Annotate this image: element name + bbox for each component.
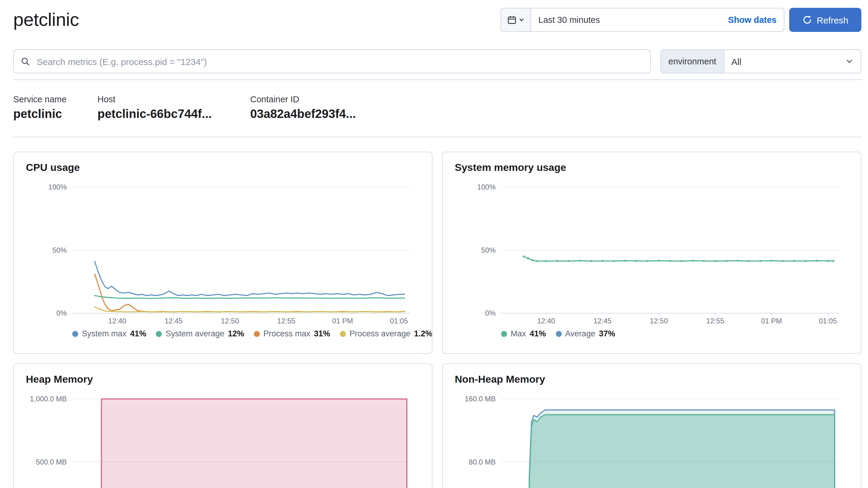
environment-filter-label: environment bbox=[661, 50, 724, 73]
svg-text:12:55: 12:55 bbox=[277, 317, 296, 325]
legend-series-label: System average bbox=[166, 329, 224, 338]
non-heap-memory-chart-area: 80.0 MB160.0 MB bbox=[443, 387, 861, 488]
panel-title: CPU usage bbox=[26, 162, 432, 174]
svg-text:50%: 50% bbox=[52, 246, 67, 254]
field-label: Host bbox=[97, 94, 250, 104]
datepicker-controls: Last 30 minutes Show dates Refresh bbox=[500, 8, 861, 32]
panel-title: System memory usage bbox=[455, 162, 861, 174]
svg-text:12:45: 12:45 bbox=[164, 317, 183, 325]
non-heap-memory-panel: Non-Heap Memory 80.0 MB160.0 MB bbox=[442, 363, 861, 488]
chevron-down-icon bbox=[845, 57, 854, 66]
calendar-icon bbox=[507, 15, 517, 25]
svg-text:100%: 100% bbox=[49, 183, 67, 191]
chevron-down-icon bbox=[519, 17, 525, 23]
legend-series-dot bbox=[156, 331, 162, 337]
svg-text:12:50: 12:50 bbox=[650, 317, 668, 325]
svg-text:1,000.0 MB: 1,000.0 MB bbox=[30, 395, 67, 403]
svg-text:500.0 MB: 500.0 MB bbox=[36, 458, 67, 466]
field-value: petclinic bbox=[13, 107, 97, 121]
filters-bar: environment All bbox=[13, 49, 861, 73]
legend-item[interactable]: System max41% bbox=[72, 329, 147, 338]
legend-item[interactable]: Max41% bbox=[501, 329, 546, 338]
legend-series-value: 41% bbox=[530, 329, 546, 338]
field-value: petclinic-66bc744f... bbox=[97, 107, 250, 121]
divider bbox=[13, 136, 861, 137]
service-name-field: Service name petclinic bbox=[13, 94, 97, 121]
service-metrics-page: petclinic bbox=[0, 0, 868, 488]
legend-series-label: Process max bbox=[264, 329, 310, 338]
heap-memory-chart-area: 500.0 MB1,000.0 MB bbox=[14, 387, 432, 488]
system-memory-usage-chart[interactable]: 0%50%100%12:4012:4512:5012:5501 PM01:05 bbox=[443, 175, 861, 327]
svg-text:01 PM: 01 PM bbox=[332, 317, 353, 325]
system-memory-chart-area: 0%50%100%12:4012:4512:5012:5501 PM01:05M… bbox=[443, 175, 861, 338]
show-dates-button[interactable]: Show dates bbox=[728, 15, 777, 25]
heap-memory-chart[interactable]: 500.0 MB1,000.0 MB bbox=[14, 387, 432, 488]
legend-series-dot bbox=[501, 331, 507, 337]
svg-text:160.0 MB: 160.0 MB bbox=[465, 395, 496, 403]
cpu-usage-panel: CPU usage 0%50%100%12:4012:4512:5012:550… bbox=[13, 152, 433, 354]
container-id-field: Container ID 03a82a4bef293f4... bbox=[250, 94, 356, 121]
app-root: petclinic bbox=[0, 0, 868, 488]
legend-series-label: System max bbox=[82, 329, 127, 338]
legend-series-value: 1.2% bbox=[414, 329, 433, 338]
metrics-search-input[interactable] bbox=[13, 49, 651, 73]
field-label: Container ID bbox=[250, 94, 356, 104]
service-info: Service name petclinic Host petclinic-66… bbox=[13, 80, 861, 136]
field-label: Service name bbox=[13, 94, 97, 104]
svg-text:12:45: 12:45 bbox=[593, 317, 612, 325]
system-memory-usage-legend: Max41%Average37% bbox=[501, 329, 861, 338]
date-range-display[interactable]: Last 30 minutes Show dates bbox=[531, 8, 784, 31]
legend-series-dot bbox=[254, 331, 260, 337]
legend-series-dot bbox=[72, 331, 78, 337]
environment-filter[interactable]: environment All bbox=[660, 49, 861, 73]
legend-item[interactable]: Process max31% bbox=[254, 329, 330, 338]
search-icon bbox=[21, 57, 30, 66]
svg-text:12:40: 12:40 bbox=[537, 317, 555, 325]
date-range-label: Last 30 minutes bbox=[538, 15, 600, 25]
cpu-usage-legend: System max41%System average12%Process ma… bbox=[72, 329, 432, 338]
charts-grid: CPU usage 0%50%100%12:4012:4512:5012:550… bbox=[13, 152, 861, 488]
legend-series-dot bbox=[556, 331, 561, 337]
page-title: petclinic bbox=[13, 9, 79, 31]
date-quick-select-button[interactable] bbox=[501, 8, 531, 31]
legend-series-value: 41% bbox=[130, 329, 147, 338]
svg-text:50%: 50% bbox=[481, 246, 496, 254]
cpu-usage-chart-area: 0%50%100%12:4012:4512:5012:5501 PM01:05S… bbox=[14, 175, 432, 338]
cpu-usage-chart[interactable]: 0%50%100%12:4012:4512:5012:5501 PM01:05 bbox=[14, 175, 432, 327]
legend-item[interactable]: Process average1.2% bbox=[340, 329, 433, 338]
host-field: Host petclinic-66bc744f... bbox=[97, 94, 250, 121]
legend-series-dot bbox=[340, 331, 346, 337]
svg-text:0%: 0% bbox=[485, 309, 496, 317]
super-date-picker: Last 30 minutes Show dates bbox=[500, 8, 784, 32]
refresh-button[interactable]: Refresh bbox=[789, 8, 861, 32]
environment-filter-value: All bbox=[724, 56, 845, 66]
svg-text:01:05: 01:05 bbox=[819, 317, 837, 325]
svg-text:0%: 0% bbox=[56, 309, 67, 317]
legend-series-label: Process average bbox=[349, 329, 410, 338]
legend-series-label: Average bbox=[565, 329, 595, 338]
refresh-icon bbox=[802, 15, 812, 25]
svg-text:12:50: 12:50 bbox=[221, 317, 239, 325]
header: petclinic bbox=[13, 0, 861, 32]
field-value: 03a82a4bef293f4... bbox=[250, 107, 356, 121]
svg-text:01 PM: 01 PM bbox=[761, 317, 782, 325]
panel-title: Heap Memory bbox=[26, 374, 432, 386]
svg-text:80.0 MB: 80.0 MB bbox=[469, 458, 496, 466]
non-heap-memory-chart[interactable]: 80.0 MB160.0 MB bbox=[443, 387, 861, 488]
heap-memory-panel: Heap Memory 500.0 MB1,000.0 MB bbox=[13, 363, 433, 488]
legend-series-label: Max bbox=[511, 329, 526, 338]
system-memory-usage-panel: System memory usage 0%50%100%12:4012:451… bbox=[442, 152, 861, 354]
panel-title: Non-Heap Memory bbox=[455, 374, 861, 386]
svg-text:01:05: 01:05 bbox=[390, 317, 408, 325]
search-field bbox=[13, 49, 651, 73]
legend-series-value: 37% bbox=[599, 329, 615, 338]
svg-text:100%: 100% bbox=[477, 183, 496, 191]
legend-series-value: 31% bbox=[314, 329, 330, 338]
svg-text:12:40: 12:40 bbox=[108, 317, 126, 325]
legend-series-value: 12% bbox=[228, 329, 244, 338]
refresh-label: Refresh bbox=[816, 15, 848, 25]
legend-item[interactable]: Average37% bbox=[556, 329, 615, 338]
svg-text:12:55: 12:55 bbox=[706, 317, 724, 325]
legend-item[interactable]: System average12% bbox=[156, 329, 244, 338]
